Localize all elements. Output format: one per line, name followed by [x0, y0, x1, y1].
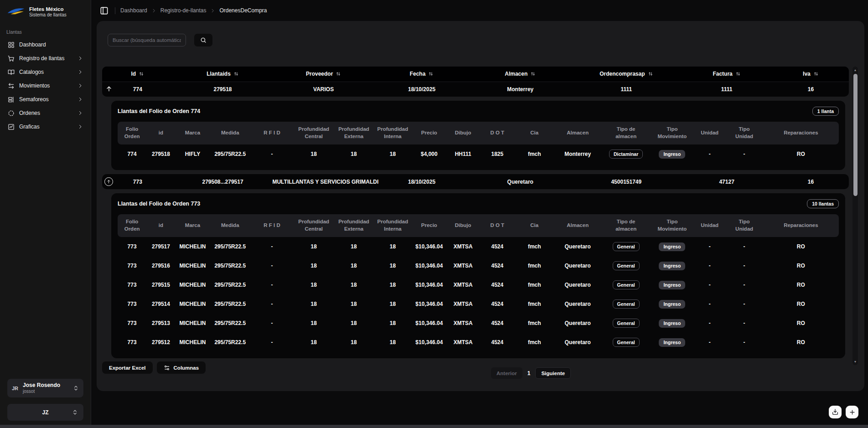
detail-cell: 18	[334, 237, 374, 256]
column-header-factura[interactable]: Factura	[681, 67, 772, 82]
content-card: IdLlantaidsProveedorFechaAlmacenOrdencom…	[97, 21, 864, 391]
chevron-right-icon	[78, 97, 83, 102]
tipo-almacen-badge: General	[613, 299, 640, 309]
chevron-right-icon	[210, 8, 215, 13]
detail-cell: 4524	[480, 256, 515, 275]
columns-button[interactable]: Columnas	[157, 361, 206, 374]
detail-cell: fmch	[515, 144, 554, 164]
detail-cell: Ingreso	[651, 314, 694, 333]
detail-column-header: Profundidad Externa	[334, 122, 374, 144]
detail-cell: -	[694, 333, 726, 352]
detail-cell: Ingreso	[651, 294, 694, 314]
column-header-ordencomprasap[interactable]: Ordencomprasap	[572, 67, 681, 82]
sidebar-item-graficas[interactable]: Graficas	[4, 120, 87, 134]
detail-column-header: Profundidad Interna	[374, 214, 412, 237]
user-name: Jose Rosendo	[23, 382, 60, 388]
detail-cell: RO	[763, 256, 839, 275]
sidebar-item-movimientos[interactable]: Movimientos	[4, 79, 87, 93]
detail-column-header: Folio Orden	[118, 122, 146, 144]
column-header-almacen[interactable]: Almacen	[469, 67, 572, 82]
sort-icon	[735, 71, 741, 77]
semaphore-panels-icon	[8, 96, 15, 103]
add-fab-button[interactable]	[846, 406, 858, 418]
user-menu-button[interactable]: JR Jose Rosendo jossot	[7, 379, 83, 397]
column-header-llantaids[interactable]: Llantaids	[173, 67, 273, 82]
sidebar-item-label: Registro de llantas	[19, 55, 64, 62]
detail-cell: 1825	[480, 144, 515, 164]
collapse-row-circle-arrow-icon[interactable]	[104, 177, 113, 186]
previous-page-button[interactable]: Anterior	[491, 367, 522, 379]
detail-row: 773279512MICHELIN295/75R22.5-181818$10,3…	[118, 333, 839, 352]
scrollbar-down-arrow-icon[interactable]: ▼	[852, 360, 858, 363]
detail-column-header: Precio	[412, 122, 446, 144]
detail-cell: XMTSA	[446, 294, 480, 314]
detail-cell: fmch	[515, 237, 554, 256]
tipo-almacen-badge: General	[613, 319, 640, 328]
detail-cell: XMTSA	[446, 333, 480, 352]
detail-column-header: Tipo de almacen	[601, 122, 651, 144]
breadcrumb-item-dashboard[interactable]: Dashboard	[120, 7, 147, 14]
detail-cell: RO	[763, 294, 839, 314]
book-icon	[8, 69, 15, 76]
detail-cell: General	[601, 256, 651, 275]
column-header-fecha[interactable]: Fecha	[375, 67, 469, 82]
chevrons-up-down-icon	[73, 385, 79, 391]
next-page-button[interactable]: Siguiente	[535, 367, 571, 379]
detail-panel-header: Llantas del Folio de Orden 77310 llantas	[118, 199, 839, 208]
order-row-773[interactable]: 773279508...279517MULTILLANTAS Y SERVICI…	[102, 174, 849, 189]
sidebar-item-ordenes[interactable]: Ordenes	[4, 107, 87, 120]
detail-cell: fmch	[515, 294, 554, 314]
sliders-icon	[164, 365, 170, 371]
column-header-proveedor[interactable]: Proveedor	[272, 67, 374, 82]
detail-cell: XMTSA	[446, 275, 480, 294]
detail-cell: -	[694, 256, 726, 275]
arrow-up-icon	[106, 179, 111, 184]
detail-cell: Queretaro	[554, 294, 601, 314]
download-fab-button[interactable]	[829, 406, 842, 418]
team-switcher-button[interactable]: JZ	[7, 404, 83, 421]
column-header-label: Llantaids	[207, 71, 231, 77]
breadcrumb-item-registro-de-llantas[interactable]: Registro-de-llantas	[160, 7, 207, 14]
detail-column-header: Medida	[210, 214, 250, 237]
nav-section-label: Llantas	[0, 22, 91, 38]
vertical-scrollbar[interactable]: ▲ ▼	[852, 67, 858, 365]
search-button[interactable]	[194, 34, 212, 46]
column-header-iva[interactable]: Iva	[773, 67, 849, 82]
detail-table: Folio OrdenidMarcaMedidaR F I DProfundid…	[118, 122, 839, 164]
detail-cell: 773	[118, 256, 146, 275]
scrollbar-up-arrow-icon[interactable]: ▲	[852, 68, 858, 72]
sidebar-item-registro-de-llantas[interactable]: Registro de llantas	[4, 52, 87, 65]
detail-panel-title: Llantas del Folio de Orden 773	[118, 201, 200, 207]
detail-column-header: id	[146, 214, 175, 237]
order-cell: 774	[102, 82, 173, 97]
collapse-row-arrow-icon[interactable]	[105, 85, 113, 93]
detail-cell: 18	[294, 275, 334, 294]
detail-cell: RO	[763, 237, 839, 256]
sidebar-item-catalogos[interactable]: Catalogos	[4, 66, 87, 79]
detail-cell: 18	[374, 144, 412, 164]
detail-cell: 279513	[146, 314, 175, 333]
order-row-774[interactable]: 774279518VARIOS18/10/2025Monterrey111111…	[102, 82, 849, 97]
detail-cell: 279512	[146, 333, 175, 352]
sidebar-toggle-button[interactable]	[98, 5, 110, 16]
sidebar: Fletes México Sistema de llantas Llantas…	[0, 0, 91, 428]
order-cell: 18/10/2025	[375, 174, 469, 189]
search-input[interactable]	[108, 34, 186, 46]
export-excel-button[interactable]: Exportar Excel	[102, 361, 153, 374]
detail-cell: 18	[334, 294, 374, 314]
detail-cell: MICHELIN	[176, 237, 210, 256]
detail-cell: fmch	[515, 333, 554, 352]
sidebar-item-dashboard[interactable]: Dashboard	[4, 38, 87, 52]
detail-cell: 295/75R22.5	[210, 275, 250, 294]
detail-column-header: Medida	[210, 122, 250, 144]
detail-cell: 773	[118, 275, 146, 294]
detail-cell: General	[601, 275, 651, 294]
scrollbar-thumb[interactable]	[853, 74, 858, 196]
detail-cell: -	[694, 314, 726, 333]
order-cell: 18/10/2025	[375, 82, 469, 97]
column-header-label: Iva	[803, 71, 811, 77]
detail-column-header: Profundidad Interna	[374, 122, 412, 144]
detail-cell: Queretaro	[554, 237, 601, 256]
sidebar-item-semaforeos[interactable]: Semaforeos	[4, 93, 87, 106]
column-header-id[interactable]: Id	[102, 67, 173, 82]
